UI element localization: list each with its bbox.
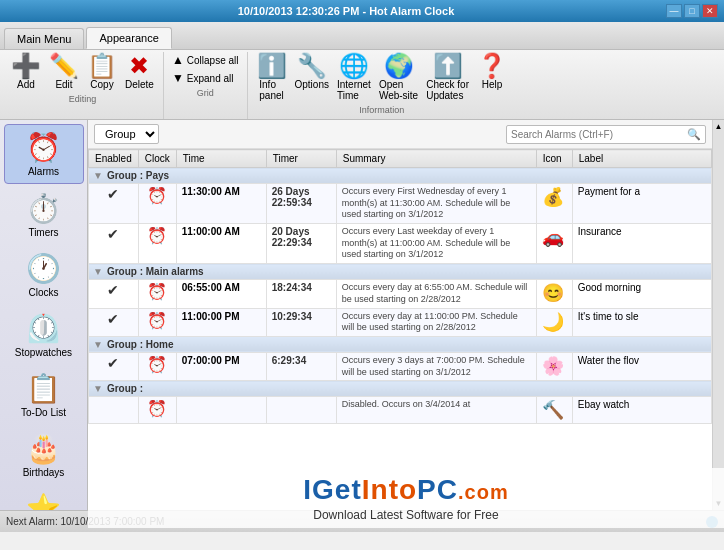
expand-all-button[interactable]: ▼ Expand all [170,70,241,86]
content-area: Group 🔍 Enabled Clock Time Timer Summary… [88,120,712,510]
time-cell: 11:00:00 AM [176,224,266,264]
timer-cell [266,397,336,424]
timer-cell: 10:29:34 [266,308,336,336]
expand-icon: ▼ [172,71,184,85]
sidebar: ⏰ Alarms ⏱️ Timers 🕐 Clocks ⏲️ Stopwatch… [0,120,88,510]
label-cell: Payment for a [572,184,711,224]
check-icon: ✔ [107,282,119,298]
info-panel-button[interactable]: ℹ️ Infopanel [254,52,290,103]
group-select[interactable]: Group [94,124,159,144]
table-wrapper: Enabled Clock Time Timer Summary Icon La… [88,149,712,510]
clock-cell: ⏰ [138,352,176,380]
help-icon: ❓ [477,54,507,78]
maximize-button[interactable]: □ [684,4,700,18]
minimize-button[interactable]: — [666,4,682,18]
add-button[interactable]: ➕ Add [8,52,44,92]
time-cell: 06:55:00 AM [176,280,266,308]
time-cell: 07:00:00 PM [176,352,266,380]
sidebar-item-clocks[interactable]: 🕐 Clocks [4,246,84,304]
table-row[interactable]: ✔ ⏰ 11:00:00 PM 10:29:34 Occurs every da… [89,308,712,336]
delete-label: Delete [125,79,154,90]
collapse-label: Collapse all [187,55,239,66]
toolbar: ➕ Add ✏️ Edit 📋 Copy ✖ Delete Editing ▲ … [0,50,724,120]
website-icon: 🌍 [384,54,414,78]
clock-cell: ⏰ [138,397,176,424]
clock-cell: ⏰ [138,308,176,336]
edit-button[interactable]: ✏️ Edit [46,52,82,92]
edit-label: Edit [55,79,72,90]
close-button[interactable]: ✕ [702,4,718,18]
watermark-tld: .com [458,481,509,503]
label-cell: Water the flov [572,352,711,380]
timer-cell: 20 Days 22:29:34 [266,224,336,264]
help-button[interactable]: ❓ Help [474,52,510,103]
sidebar-item-stopwatches[interactable]: ⏲️ Stopwatches [4,306,84,364]
col-timer: Timer [266,150,336,168]
alarms-icon: ⏰ [26,131,61,164]
alarms-table: Enabled Clock Time Timer Summary Icon La… [88,149,712,424]
sidebar-item-birthdays[interactable]: 🎂 Birthdays [4,426,84,484]
add-icon: ➕ [11,54,41,78]
enabled-cell[interactable]: ✔ [89,308,139,336]
check-updates-button[interactable]: ⬆️ Check forUpdates [423,52,472,103]
label-cell: It's time to sle [572,308,711,336]
scroll-up[interactable]: ▲ [713,120,724,133]
group-row: ▼Group : Home [89,336,712,352]
content-toolbar: Group 🔍 [88,120,712,149]
internet-time-button[interactable]: 🌐 InternetTime [334,52,374,103]
todo-label: To-Do List [21,407,66,418]
updates-icon: ⬆️ [433,54,463,78]
sidebar-item-alarms[interactable]: ⏰ Alarms [4,124,84,184]
options-button[interactable]: 🔧 Options [292,52,332,103]
info-icon: ℹ️ [257,54,287,78]
icon-cell: 💰 [536,184,572,224]
clock-icon: ⏰ [147,312,167,329]
tab-appearance[interactable]: Appearance [86,27,171,49]
grid-group-label: Grid [197,88,214,98]
clock-icon: ⏰ [147,356,167,373]
edit-icon: ✏️ [49,54,79,78]
col-icon: Icon [536,150,572,168]
website-label: OpenWeb-site [379,79,418,101]
table-row[interactable]: ⏰ Disabled. Occurs on 3/4/2014 at 🔨 Ebay… [89,397,712,424]
col-clock: Clock [138,150,176,168]
sidebar-item-timers[interactable]: ⏱️ Timers [4,186,84,244]
sidebar-item-todo[interactable]: 📋 To-Do List [4,366,84,424]
table-row[interactable]: ✔ ⏰ 06:55:00 AM 18:24:34 Occurs every da… [89,280,712,308]
tab-main-menu[interactable]: Main Menu [4,28,84,49]
time-cell: 11:00:00 PM [176,308,266,336]
todo-icon: 📋 [26,372,61,405]
enabled-cell[interactable] [89,397,139,424]
enabled-cell[interactable]: ✔ [89,184,139,224]
vertical-scrollbar[interactable]: ▲ ▼ [712,120,724,510]
editing-group-label: Editing [69,94,97,104]
open-website-button[interactable]: 🌍 OpenWeb-site [376,52,421,103]
check-icon: ✔ [107,311,119,327]
search-input[interactable] [511,129,687,140]
window-controls: — □ ✕ [666,4,718,18]
clock-icon: ⏰ [147,283,167,300]
delete-button[interactable]: ✖ Delete [122,52,157,92]
alarm-icon: 😊 [542,283,564,303]
table-row[interactable]: ✔ ⏰ 07:00:00 PM 6:29:34 Occurs every 3 d… [89,352,712,380]
timers-label: Timers [28,227,58,238]
summary-cell: Occurs every 3 days at 7:00:00 PM. Sched… [336,352,536,380]
stopwatches-icon: ⏲️ [26,312,61,345]
collapse-all-button[interactable]: ▲ Collapse all [170,52,241,68]
label-cell: Ebay watch [572,397,711,424]
info-label: Infopanel [259,79,283,101]
sidebar-item-extra[interactable]: ⭐ [4,486,84,510]
copy-button[interactable]: 📋 Copy [84,52,120,92]
check-icon: ✔ [107,226,119,242]
summary-cell: Occurs every day at 11:00:00 PM. Schedul… [336,308,536,336]
enabled-cell[interactable]: ✔ [89,280,139,308]
table-row[interactable]: ✔ ⏰ 11:00:00 AM 20 Days 22:29:34 Occurs … [89,224,712,264]
enabled-cell[interactable]: ✔ [89,352,139,380]
table-row[interactable]: ✔ ⏰ 11:30:00 AM 26 Days 22:59:34 Occurs … [89,184,712,224]
watermark-prefix: IGet [303,474,361,505]
clock-cell: ⏰ [138,224,176,264]
enabled-cell[interactable]: ✔ [89,224,139,264]
options-icon: 🔧 [297,54,327,78]
toolbar-editing-group: ➕ Add ✏️ Edit 📋 Copy ✖ Delete Editing [2,52,164,119]
summary-cell: Occurs every Last weekday of every 1 mon… [336,224,536,264]
